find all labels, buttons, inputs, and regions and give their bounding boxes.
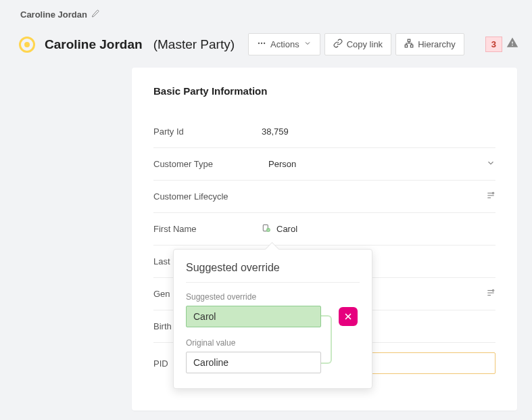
svg-point-2: [264, 43, 265, 44]
hierarchy-button[interactable]: Hierarchy: [395, 33, 464, 55]
hierarchy-icon: [404, 39, 414, 50]
field-label: Customer Type: [153, 159, 262, 169]
field-value: Person: [268, 159, 296, 169]
svg-point-9: [492, 192, 493, 193]
header: Caroline Jordan (Master Party) Actions C…: [0, 26, 532, 68]
link-icon: [333, 39, 343, 50]
page-title: Caroline Jordan: [45, 37, 143, 52]
field-label: First Name: [153, 224, 262, 234]
equalizer-icon[interactable]: [486, 288, 495, 300]
svg-point-15: [492, 289, 493, 291]
svg-rect-4: [405, 45, 408, 47]
svg-rect-5: [410, 45, 413, 47]
popover-original-label: Original value: [186, 338, 360, 348]
edit-icon[interactable]: [91, 9, 99, 20]
svg-point-0: [258, 43, 260, 44]
popover-title: Suggested override: [186, 262, 360, 283]
card-title: Basic Party Information: [153, 85, 495, 97]
chevron-down-icon[interactable]: [486, 158, 495, 170]
suggested-override-popover: Suggested override Suggested override Or…: [173, 249, 372, 389]
svg-rect-3: [408, 39, 410, 42]
breadcrumb-name[interactable]: Caroline Jordan: [20, 9, 87, 20]
equalizer-icon[interactable]: [486, 191, 495, 202]
field-value: Carol: [276, 224, 297, 234]
chevron-down-icon: [304, 39, 312, 49]
hierarchy-label: Hierarchy: [418, 39, 456, 49]
override-icon[interactable]: [262, 223, 271, 235]
record-icon: [19, 37, 35, 53]
suggested-override-input[interactable]: [186, 306, 321, 327]
field-customer-lifecycle[interactable]: Customer Lifecycle: [153, 181, 495, 213]
breadcrumb: Caroline Jordan: [0, 0, 532, 26]
field-customer-type[interactable]: Customer Type Person: [153, 148, 495, 181]
alert-count-badge[interactable]: 3: [485, 37, 502, 52]
reject-override-button[interactable]: [339, 307, 358, 326]
original-value-input[interactable]: [186, 352, 321, 373]
dots-icon: [257, 39, 266, 50]
actions-label: Actions: [270, 39, 299, 49]
copy-link-label: Copy link: [347, 39, 383, 49]
warning-icon[interactable]: [506, 37, 518, 52]
field-label: Party Id: [153, 126, 262, 137]
field-first-name[interactable]: First Name Carol: [153, 213, 495, 246]
field-value: 38,759: [262, 126, 495, 137]
page-subtitle: (Master Party): [153, 37, 235, 52]
actions-button[interactable]: Actions: [248, 33, 320, 55]
svg-point-1: [261, 43, 262, 44]
field-party-id: Party Id 38,759: [153, 116, 495, 148]
field-label: Customer Lifecycle: [153, 191, 262, 202]
copy-link-button[interactable]: Copy link: [324, 33, 391, 55]
popover-suggested-label: Suggested override: [186, 292, 360, 302]
